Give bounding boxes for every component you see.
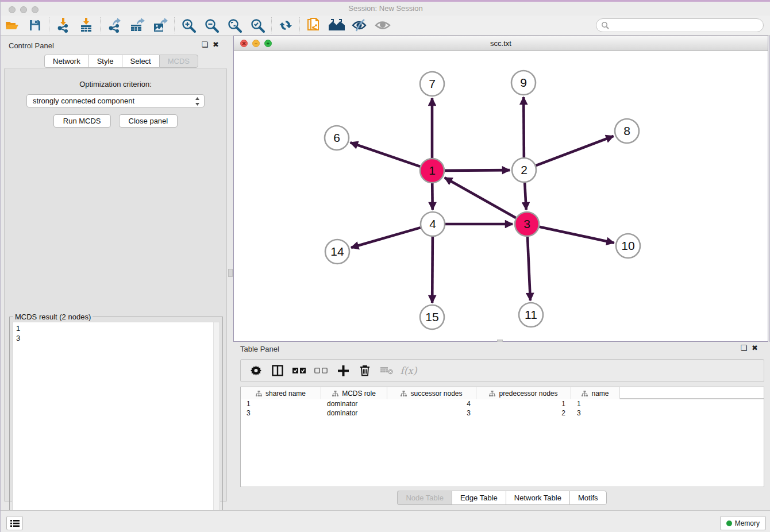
zoom-fit-icon[interactable] (223, 17, 246, 34)
task-list-icon (10, 519, 20, 527)
column-header-name[interactable]: name (571, 387, 620, 399)
table-row[interactable]: 3dominator323 (241, 408, 764, 418)
column-header-successor-nodes[interactable]: successor nodes (387, 387, 476, 399)
control-panel-title: Control Panel (9, 41, 54, 50)
export-table-icon[interactable] (126, 17, 149, 34)
tab-node-table[interactable]: Node Table (397, 491, 452, 505)
node-label-2: 2 (521, 163, 528, 176)
zoom-out-icon[interactable] (200, 17, 223, 34)
close-panel-icon[interactable]: ✖ (213, 40, 224, 49)
reset-view-icon[interactable] (325, 17, 348, 34)
flag-hierarchy-icon (256, 391, 262, 396)
cell-name[interactable]: 1 (571, 399, 620, 408)
search-input[interactable] (609, 20, 763, 31)
node-label-9: 9 (520, 76, 527, 89)
node-label-6: 6 (333, 131, 340, 144)
network-graph[interactable]: 7968124314101511 (234, 51, 768, 341)
memory-button[interactable]: Memory (720, 516, 766, 530)
edge-1-2[interactable] (445, 170, 510, 171)
main-toolbar (1, 16, 770, 36)
status-bar: Memory (1, 510, 770, 532)
edge-3-11[interactable] (528, 237, 530, 300)
tab-edge-table[interactable]: Edge Table (452, 491, 506, 505)
toolbar-separator (49, 17, 49, 33)
chevron-up-down-icon (195, 97, 200, 106)
tab-mcds[interactable]: MCDS (159, 55, 198, 68)
network-window-titlebar[interactable]: ✕ − + scc.txt (234, 36, 768, 51)
search-box[interactable] (596, 18, 764, 32)
apply-layout-icon[interactable] (274, 17, 297, 34)
node-table[interactable]: shared nameMCDS rolesuccessor nodesprede… (240, 387, 764, 487)
edge-1-6[interactable] (351, 142, 421, 167)
zoom-in-icon[interactable] (177, 17, 200, 34)
column-header-MCDS-role[interactable]: MCDS role (321, 387, 387, 399)
network-canvas[interactable]: 7968124314101511 (234, 51, 768, 341)
cell-successor-nodes[interactable]: 3 (387, 408, 476, 418)
cell-MCDS-role[interactable]: dominator (321, 408, 387, 418)
tab-motifs[interactable]: Motifs (569, 491, 607, 505)
table-toolbar: f(x) (240, 359, 764, 382)
delete-columns-icon[interactable] (356, 362, 374, 379)
cell-MCDS-role[interactable]: dominator (321, 399, 387, 408)
edge-2-9[interactable] (523, 97, 524, 157)
edge-4-14[interactable] (351, 228, 421, 248)
save-session-icon[interactable] (24, 17, 47, 34)
cell-successor-nodes[interactable]: 4 (387, 399, 476, 408)
export-network-icon[interactable] (103, 17, 126, 34)
memory-label: Memory (735, 519, 760, 527)
close-panel-button[interactable]: Close panel (119, 114, 178, 128)
close-table-panel-icon[interactable]: ✖ (752, 344, 763, 352)
network-view-window: ✕ − + scc.txt 7968124314101511 (233, 36, 768, 342)
node-label-11: 11 (525, 308, 537, 321)
network-view-title: scc.txt (234, 39, 768, 48)
table-settings-icon[interactable] (247, 362, 265, 379)
split-panel-icon[interactable] (268, 362, 287, 379)
titlebar: Session: New Session (1, 2, 770, 16)
toolbar-separator (271, 17, 272, 33)
table-row[interactable]: 1dominator411 (241, 399, 764, 408)
toolbar-separator (299, 17, 300, 33)
node-label-4: 4 (429, 217, 436, 230)
tab-network[interactable]: Network (44, 55, 88, 68)
import-network-icon[interactable] (52, 17, 75, 34)
tab-style[interactable]: Style (88, 55, 122, 68)
open-session-icon[interactable] (1, 17, 24, 34)
function-builder-icon: f(x) (399, 362, 418, 379)
cell-predecessor-nodes[interactable]: 1 (476, 399, 571, 408)
table-tabs: Node TableEdge TableNetwork TableMotifs (233, 491, 770, 505)
node-label-1: 1 (429, 164, 436, 177)
float-panel-icon[interactable]: ❏ (201, 40, 213, 49)
edge-3-10[interactable] (540, 227, 614, 243)
column-header-shared-name[interactable]: shared name (241, 387, 321, 399)
tab-network-table[interactable]: Network Table (506, 491, 569, 505)
export-image-icon[interactable] (149, 17, 172, 34)
show-panel-icon[interactable] (371, 17, 394, 34)
cell-predecessor-nodes[interactable]: 2 (476, 408, 571, 418)
edge-3-1[interactable] (445, 178, 516, 218)
mcds-result-group: MCDS result (2 nodes) 1 3 (9, 317, 223, 532)
tab-select[interactable]: Select (122, 55, 159, 68)
add-column-icon[interactable] (334, 362, 352, 379)
edge-2-8[interactable] (536, 136, 614, 165)
zoom-selected-icon[interactable] (246, 17, 269, 34)
cell-name[interactable]: 3 (571, 408, 620, 418)
optimization-criterion-select[interactable]: strongly connected component (26, 94, 205, 107)
edge-4-15[interactable] (432, 237, 433, 303)
panel-divider-handle[interactable] (228, 269, 233, 277)
select-all-columns-icon[interactable] (290, 362, 309, 379)
column-header-predecessor-nodes[interactable]: predecessor nodes (476, 387, 571, 399)
cell-shared-name[interactable]: 1 (241, 399, 321, 408)
unselect-all-columns-icon[interactable] (312, 362, 330, 379)
cell-shared-name[interactable]: 3 (241, 408, 321, 418)
run-mcds-button[interactable]: Run MCDS (53, 114, 111, 128)
edge-2-3[interactable] (525, 183, 526, 210)
float-table-panel-icon[interactable]: ❏ (740, 344, 752, 352)
import-table-icon[interactable] (75, 17, 98, 34)
new-network-icon[interactable] (302, 17, 325, 34)
hide-panel-icon[interactable] (348, 17, 371, 34)
mcds-result-list[interactable]: 1 3 (12, 322, 220, 531)
scrollbar[interactable] (213, 322, 220, 530)
show-task-history-button[interactable] (6, 516, 23, 530)
table-panel-title: Table Panel (240, 345, 279, 353)
search-icon (601, 21, 609, 29)
